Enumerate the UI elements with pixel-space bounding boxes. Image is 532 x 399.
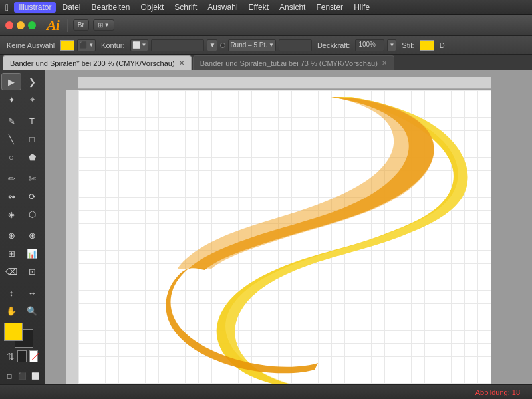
stil-swatch[interactable] xyxy=(420,40,434,51)
minimize-button[interactable] xyxy=(17,21,25,29)
vertical-ruler xyxy=(66,90,78,384)
tool-row-5: ○ ⬟ xyxy=(1,148,43,166)
foreground-color-swatch[interactable] xyxy=(4,323,23,341)
artboard[interactable] xyxy=(78,90,491,384)
app-bar: Ai Br ⊞ ▼ xyxy=(0,15,532,36)
zoom-tool[interactable]: 🔍 xyxy=(22,302,42,319)
tool-row-9: ⊕ ⊕ xyxy=(1,227,43,244)
kontur-weight-input[interactable] xyxy=(151,39,204,51)
reflect-tool[interactable]: ⟳ xyxy=(22,188,42,205)
eyedropper-tool[interactable]: ↔ xyxy=(22,284,42,301)
tool-row-4: ╲ □ xyxy=(1,130,43,148)
fill-color-swatch[interactable] xyxy=(60,40,74,51)
tab-0[interactable]: Bänder und Spiralen* bei 200 % (CMYK/Vor… xyxy=(3,55,192,70)
maximize-button[interactable] xyxy=(28,21,36,29)
stil-label: Stil: xyxy=(399,41,416,49)
fill-dropdown[interactable]: ⬛ ▼ xyxy=(77,39,96,51)
stroke-type-arrow: ▼ xyxy=(269,42,274,48)
deckkraft-dropdown[interactable]: ▼ xyxy=(387,39,396,51)
screen-mode-2[interactable]: ⬛ xyxy=(17,369,27,382)
free-transform-tool[interactable]: ⊞ xyxy=(1,245,21,262)
none-swatch[interactable] xyxy=(29,350,39,362)
arrange-arrow-icon: ▼ xyxy=(104,22,110,28)
tool-row-1: ▶ ❯ xyxy=(1,73,43,90)
magic-wand-tool[interactable]: ✦ xyxy=(1,91,21,108)
screen-mode-1[interactable]: ◻ xyxy=(4,369,15,382)
options-bar: Keine Auswahl ⬛ ▼ Kontur: ⬜ ▼ ▼ Rund – 5… xyxy=(0,36,532,55)
mesh-tool[interactable]: ⊡ xyxy=(22,263,42,280)
stroke-type-dropdown[interactable]: Rund – 5 Pt. ▼ xyxy=(228,39,276,51)
kontur-weight-arrow: ▼ xyxy=(209,41,215,49)
color-pair xyxy=(4,323,33,348)
default-colors-icon[interactable] xyxy=(17,350,27,362)
direct-selection-tool[interactable]: ❯ xyxy=(22,73,42,90)
deckkraft-value-input[interactable]: 100% xyxy=(355,39,384,51)
menu-bearbeiten[interactable]: Bearbeiten xyxy=(87,2,135,13)
tab-0-close[interactable]: ✕ xyxy=(179,59,184,66)
polygon-tool[interactable]: ⬟ xyxy=(22,148,42,166)
arrange-button[interactable]: ⊞ ▼ xyxy=(93,19,114,31)
tabs-bar: Bänder und Spiralen* bei 200 % (CMYK/Vor… xyxy=(0,55,532,70)
warp-tool[interactable]: ⊕ xyxy=(1,227,21,244)
swatch-small-row: ⇅ xyxy=(4,349,41,364)
symbol-tool[interactable]: 📊 xyxy=(22,245,42,262)
keine-auswahl-label: Keine Auswahl xyxy=(4,41,57,49)
kontur-dd-arrow: ▼ xyxy=(142,42,147,48)
tool-row-7: ↭ ⟳ xyxy=(1,188,43,205)
menu-illustrator[interactable]: Illustrator xyxy=(14,2,56,13)
tool-row-8: ◈ ⬡ xyxy=(1,205,43,223)
menu-hilfe[interactable]: Hilfe xyxy=(349,2,374,13)
menu-datei[interactable]: Datei xyxy=(57,2,85,13)
lasso-tool[interactable]: ⌖ xyxy=(22,91,42,108)
kontur-color-dropdown[interactable]: ⬜ ▼ xyxy=(130,39,149,51)
hand-tool[interactable]: ✋ xyxy=(1,302,21,319)
selection-tool[interactable]: ▶ xyxy=(1,73,21,90)
tool-row-13: ✋ 🔍 xyxy=(1,302,43,319)
kontur-label: Kontur: xyxy=(98,41,127,49)
shear-tool[interactable]: ⬡ xyxy=(22,205,42,223)
text-tool[interactable]: T xyxy=(22,112,42,130)
menu-fenster[interactable]: Fenster xyxy=(311,2,348,13)
gradient-tool[interactable]: ↕ xyxy=(1,284,21,301)
bridge-button[interactable]: Br xyxy=(73,19,89,31)
graph-tool[interactable]: ⌫ xyxy=(1,263,21,280)
fill-dropdown-icon: ⬛ xyxy=(79,41,87,49)
tab-0-label: Bänder und Spiralen* bei 200 % (CMYK/Vor… xyxy=(10,59,175,67)
swap-colors-icon[interactable]: ⇅ xyxy=(7,351,15,362)
scissors-tool[interactable]: ✄ xyxy=(22,170,42,187)
rect-tool[interactable]: □ xyxy=(22,130,42,148)
status-bar: Abbildung: 18 xyxy=(0,384,532,399)
main-area: ▶ ❯ ✦ ⌖ ✎ T ╲ □ ○ ⬟ ✏ ✄ ↭ ⟳ ◈ xyxy=(0,70,532,384)
line-tool[interactable]: ╲ xyxy=(1,130,21,148)
view-mode-row: ◻ ⬛ ⬜ xyxy=(1,367,43,384)
menu-objekt[interactable]: Objekt xyxy=(136,2,169,13)
rotate-tool[interactable]: ↭ xyxy=(1,188,21,205)
menu-auswahl[interactable]: Auswahl xyxy=(203,2,242,13)
tab-1[interactable]: Bänder und Spiralen_tut.ai bei 73 % (CMY… xyxy=(193,55,394,70)
tab-1-label: Bänder und Spiralen_tut.ai bei 73 % (CMY… xyxy=(200,59,378,67)
ellipse-tool[interactable]: ○ xyxy=(1,148,21,166)
kontur-weight-dropdown[interactable]: ▼ xyxy=(207,39,217,51)
tool-row-12: ↕ ↔ xyxy=(1,284,43,301)
screen-mode-3[interactable]: ⬜ xyxy=(30,369,41,382)
close-button[interactable] xyxy=(5,21,13,29)
pen-tool[interactable]: ✎ xyxy=(1,112,21,130)
opacity-input[interactable] xyxy=(279,39,312,51)
menu-ansicht[interactable]: Ansicht xyxy=(275,2,310,13)
menu-bar:  Illustrator Datei Bearbeiten Objekt Sc… xyxy=(0,0,532,15)
menu-schrift[interactable]: Schrift xyxy=(170,2,201,13)
tab-1-close[interactable]: ✕ xyxy=(382,59,387,66)
pencil-tool[interactable]: ✏ xyxy=(1,170,21,187)
apple-menu[interactable]:  xyxy=(5,2,9,13)
traffic-lights xyxy=(5,21,36,29)
deckkraft-label: Deckkraft: xyxy=(315,41,353,49)
width-tool[interactable]: ⊕ xyxy=(22,227,42,244)
figure-label: Abbildung: 18 xyxy=(475,388,520,396)
color-swatches: ⇅ xyxy=(1,320,43,366)
ai-logo: Ai xyxy=(47,17,59,34)
tool-row-10: ⊞ 📊 xyxy=(1,245,43,262)
menu-effekt[interactable]: Effekt xyxy=(244,2,273,13)
scale-tool[interactable]: ◈ xyxy=(1,205,21,223)
tool-panel: ▶ ❯ ✦ ⌖ ✎ T ╲ □ ○ ⬟ ✏ ✄ ↭ ⟳ ◈ xyxy=(0,70,45,384)
tool-row-11: ⌫ ⊡ xyxy=(1,263,43,280)
